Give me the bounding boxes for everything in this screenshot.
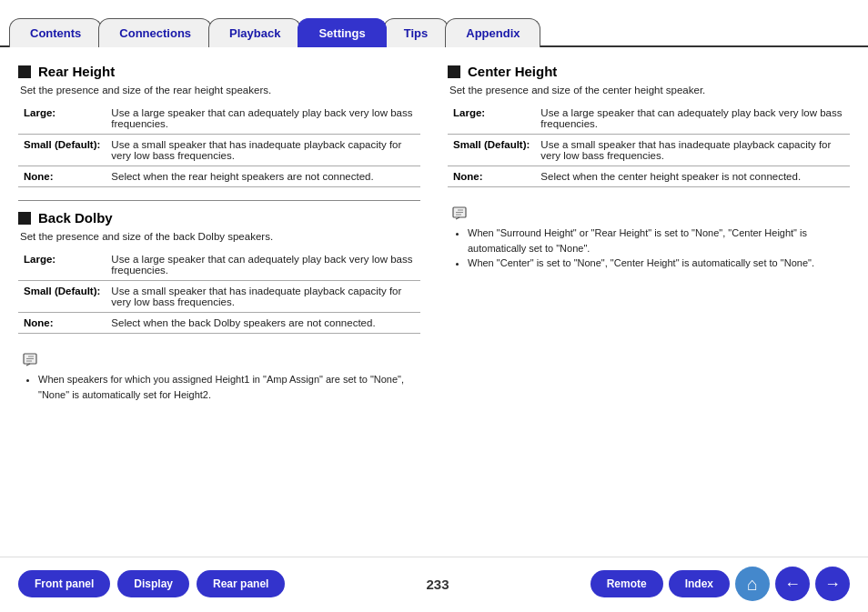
table-row: Large: Use a large speaker that can adeq…: [448, 103, 850, 135]
note-list: When speakers for which you assigned Hei…: [22, 372, 417, 402]
definition: Use a large speaker that can adequately …: [106, 103, 420, 135]
definition: Use a small speaker that has inadequate …: [106, 135, 420, 166]
term: None:: [18, 313, 106, 334]
center-height-title: Center Height: [448, 64, 850, 79]
back-dolby-section: Back Dolby Set the presence and size of …: [18, 210, 420, 407]
section-icon: [448, 65, 460, 78]
display-button[interactable]: Display: [117, 570, 189, 597]
table-row: None: Select when the center height spea…: [448, 166, 850, 187]
table-row: Small (Default): Use a small speaker tha…: [18, 135, 420, 166]
left-column: Rear Height Set the presence and size of…: [18, 64, 420, 477]
main-content: Rear Height Set the presence and size of…: [0, 47, 868, 487]
back-dolby-notes: When speakers for which you assigned Hei…: [18, 346, 420, 407]
definition: Select when the back Dolby speakers are …: [106, 313, 420, 334]
center-height-desc: Set the presence and size of the center …: [448, 85, 850, 95]
term: Large:: [18, 249, 106, 281]
bottom-navigation: Front panel Display Rear panel 233 Remot…: [0, 557, 868, 612]
definition: Use a small speaker that has inadequate …: [535, 135, 850, 166]
rear-height-section: Rear Height Set the presence and size of…: [18, 64, 420, 187]
definition: Select when the rear height speakers are…: [106, 166, 420, 187]
page-number: 233: [427, 577, 449, 592]
table-row: None: Select when the rear height speake…: [18, 166, 420, 187]
table-row: None: Select when the back Dolby speaker…: [18, 313, 420, 334]
tab-appendix[interactable]: Appendix: [445, 18, 540, 47]
tab-connections[interactable]: Connections: [98, 18, 212, 47]
index-button[interactable]: Index: [669, 570, 730, 597]
bottom-nav-left: Front panel Display Rear panel: [18, 570, 285, 597]
center-height-table: Large: Use a large speaker that can adeq…: [448, 103, 850, 187]
definition: Use a large speaker that can adequately …: [106, 249, 420, 281]
note-item: When speakers for which you assigned Hei…: [38, 372, 417, 402]
term: Large:: [448, 103, 535, 135]
note-icon: [22, 352, 38, 368]
back-dolby-table: Large: Use a large speaker that can adeq…: [18, 249, 420, 334]
tab-playback[interactable]: Playback: [208, 18, 301, 47]
term: Small (Default):: [18, 281, 106, 313]
table-row: Large: Use a large speaker that can adeq…: [18, 103, 420, 135]
rear-panel-button[interactable]: Rear panel: [197, 570, 285, 597]
back-dolby-title: Back Dolby: [18, 210, 420, 226]
forward-button[interactable]: →: [815, 567, 850, 601]
table-row: Small (Default): Use a small speaker tha…: [18, 281, 420, 313]
tab-contents[interactable]: Contents: [9, 18, 102, 47]
back-dolby-desc: Set the presence and size of the back Do…: [18, 231, 420, 242]
definition: Use a small speaker that has inadequate …: [106, 281, 420, 313]
front-panel-button[interactable]: Front panel: [18, 570, 110, 597]
section-icon: [18, 65, 31, 78]
rear-height-table: Large: Use a large speaker that can adeq…: [18, 103, 420, 187]
tab-navigation: Contents Connections Playback Settings T…: [0, 0, 868, 47]
section-divider: [18, 200, 420, 201]
tab-settings[interactable]: Settings: [298, 18, 386, 47]
note-icon: [451, 206, 468, 222]
term: Small (Default):: [448, 135, 535, 166]
term: Large:: [18, 103, 106, 135]
term: None:: [18, 166, 106, 187]
definition: Select when the center height speaker is…: [535, 166, 850, 187]
rear-height-desc: Set the presence and size of the rear he…: [18, 85, 420, 95]
term: None:: [448, 166, 535, 187]
home-button[interactable]: ⌂: [735, 567, 770, 601]
table-row: Large: Use a large speaker that can adeq…: [18, 249, 420, 281]
center-height-notes: When "Surround Height" or "Rear Height" …: [448, 200, 850, 276]
section-icon: [18, 212, 31, 225]
rear-height-title: Rear Height: [18, 64, 420, 79]
table-row: Small (Default): Use a small speaker tha…: [448, 135, 850, 166]
note-list: When "Surround Height" or "Rear Height" …: [451, 226, 846, 271]
note-item: When "Center" is set to "None", "Center …: [468, 256, 846, 271]
bottom-nav-right: Remote Index ⌂ ← →: [590, 567, 850, 601]
spacer: [0, 487, 868, 557]
tab-tips[interactable]: Tips: [383, 18, 449, 47]
definition: Use a large speaker that can adequately …: [535, 103, 850, 135]
term: Small (Default):: [18, 135, 106, 166]
right-column: Center Height Set the presence and size …: [448, 64, 850, 477]
note-item: When "Surround Height" or "Rear Height" …: [468, 226, 846, 256]
back-button[interactable]: ←: [775, 567, 810, 601]
center-height-section: Center Height Set the presence and size …: [448, 64, 850, 276]
remote-button[interactable]: Remote: [590, 570, 663, 597]
